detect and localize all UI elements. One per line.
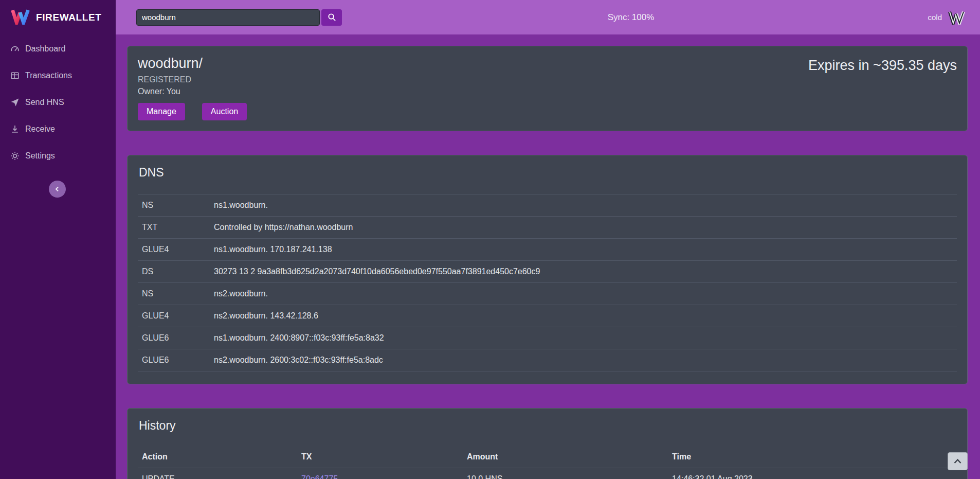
dashboard-icon — [10, 44, 20, 54]
settings-icon — [10, 151, 20, 161]
history-col-action: Action — [138, 447, 297, 468]
dns-card-title: DNS — [139, 166, 957, 180]
dns-record-value: ns1.woodburn. 170.187.241.138 — [210, 239, 957, 261]
domain-card: woodburn/ REGISTERED Owner: You Manage A… — [127, 46, 968, 131]
dns-record-value: ns2.woodburn. 143.42.128.6 — [210, 305, 957, 327]
auction-button[interactable]: Auction — [202, 103, 247, 120]
sidebar-item-transactions[interactable]: Transactions — [0, 62, 116, 89]
scroll-to-top-button[interactable] — [948, 452, 968, 470]
history-header-row: Action TX Amount Time — [138, 447, 957, 468]
sidebar-item-label: Transactions — [25, 71, 72, 80]
main-area: Sync: 100% cold woodburn/ REGIS — [116, 0, 980, 479]
chevron-up-icon — [953, 458, 963, 465]
dns-record-value: Controlled by https://nathan.woodburn — [210, 217, 957, 239]
search-icon — [328, 13, 336, 22]
dns-record-type: NS — [138, 283, 210, 305]
sidebar-item-label: Send HNS — [25, 98, 64, 107]
sidebar-item-label: Settings — [25, 151, 55, 161]
sidebar-item-dashboard[interactable]: Dashboard — [0, 36, 116, 62]
dns-record-row: GLUE6 ns1.woodburn. 2400:8907::f03c:93ff… — [138, 327, 957, 349]
tx-link[interactable]: 70e64775... — [301, 474, 345, 479]
domain-buttons: Manage Auction — [138, 103, 247, 120]
dns-record-value: ns1.woodburn. 2400:8907::f03c:93ff:fe5a:… — [210, 327, 957, 349]
dns-record-row: TXT Controlled by https://nathan.woodbur… — [138, 217, 957, 239]
dns-record-row: DS 30273 13 2 9a3a8fb3d625d2a2073d740f10… — [138, 261, 957, 283]
history-col-tx: TX — [297, 447, 463, 468]
history-col-time: Time — [668, 447, 957, 468]
dns-record-row: GLUE4 ns2.woodburn. 143.42.128.6 — [138, 305, 957, 327]
dns-card: DNS NS ns1.woodburn. TXT Controlled by h… — [127, 155, 968, 384]
dns-table: NS ns1.woodburn. TXT Controlled by https… — [138, 194, 957, 371]
dns-record-row: GLUE6 ns2.woodburn. 2600:3c02::f03c:93ff… — [138, 349, 957, 371]
chevron-left-icon — [53, 185, 61, 193]
dns-record-row: NS ns1.woodburn. — [138, 194, 957, 217]
wallet-status: cold — [928, 10, 966, 25]
app-root: FIREWALLET Dashboard — [0, 0, 980, 479]
brand[interactable]: FIREWALLET — [0, 0, 116, 34]
dns-record-row: NS ns2.woodburn. — [138, 283, 957, 305]
history-table: Action TX Amount Time UPDATE 70e64775...… — [138, 447, 957, 479]
history-card: History Action TX Amount Time UPDATE — [127, 408, 968, 479]
domain-card-left: woodburn/ REGISTERED Owner: You Manage A… — [138, 56, 247, 120]
dns-record-type: GLUE4 — [138, 305, 210, 327]
domain-owner: Owner: You — [138, 87, 247, 96]
domain-status: REGISTERED — [138, 75, 247, 84]
search-button[interactable] — [321, 9, 342, 26]
page-content: woodburn/ REGISTERED Owner: You Manage A… — [116, 34, 980, 479]
dns-record-value: ns1.woodburn. — [210, 194, 957, 217]
topbar: Sync: 100% cold — [116, 0, 980, 34]
sidebar-item-receive[interactable]: Receive — [0, 116, 116, 143]
transactions-icon — [10, 71, 20, 80]
sync-status: Sync: 100% — [608, 12, 655, 23]
firewallet-logo-icon — [10, 8, 30, 27]
sidebar-item-settings[interactable]: Settings — [0, 143, 116, 169]
sidebar-item-label: Dashboard — [25, 44, 65, 54]
sidebar-collapse-button[interactable] — [49, 181, 66, 198]
dns-record-type: GLUE6 — [138, 349, 210, 371]
dns-record-value: ns2.woodburn. 2600:3c02::f03c:93ff:fe5a:… — [210, 349, 957, 371]
domain-name: woodburn/ — [138, 56, 247, 72]
receive-icon — [10, 125, 20, 134]
dns-record-type: DS — [138, 261, 210, 283]
wallet-name: cold — [928, 13, 942, 22]
dns-record-type: NS — [138, 194, 210, 217]
dns-record-value: ns2.woodburn. — [210, 283, 957, 305]
sidebar: FIREWALLET Dashboard — [0, 0, 116, 479]
history-time: 14:46:32 01 Aug 2023 — [668, 468, 957, 479]
dns-record-type: TXT — [138, 217, 210, 239]
dns-record-type: GLUE4 — [138, 239, 210, 261]
history-col-amount: Amount — [463, 447, 668, 468]
sidebar-item-send-hns[interactable]: Send HNS — [0, 89, 116, 116]
domain-expiry: Expires in ~395.35 days — [808, 58, 957, 74]
sidebar-nav: Dashboard Transactions S — [0, 34, 116, 169]
dns-record-row: GLUE4 ns1.woodburn. 170.187.241.138 — [138, 239, 957, 261]
dns-record-value: 30273 13 2 9a3a8fb3d625d2a2073d740f10da6… — [210, 261, 957, 283]
history-card-title: History — [139, 419, 957, 433]
search-group — [136, 9, 342, 26]
dns-record-type: GLUE6 — [138, 327, 210, 349]
send-icon — [10, 98, 20, 107]
sidebar-item-label: Receive — [25, 125, 55, 134]
manage-button[interactable]: Manage — [138, 103, 185, 120]
history-action: UPDATE — [138, 468, 297, 479]
brand-title: FIREWALLET — [36, 12, 101, 23]
history-row: UPDATE 70e64775... 10.0 HNS 14:46:32 01 … — [138, 468, 957, 479]
search-input[interactable] — [136, 9, 320, 26]
history-amount: 10.0 HNS — [463, 468, 668, 479]
wallet-logo-icon[interactable] — [947, 10, 966, 25]
